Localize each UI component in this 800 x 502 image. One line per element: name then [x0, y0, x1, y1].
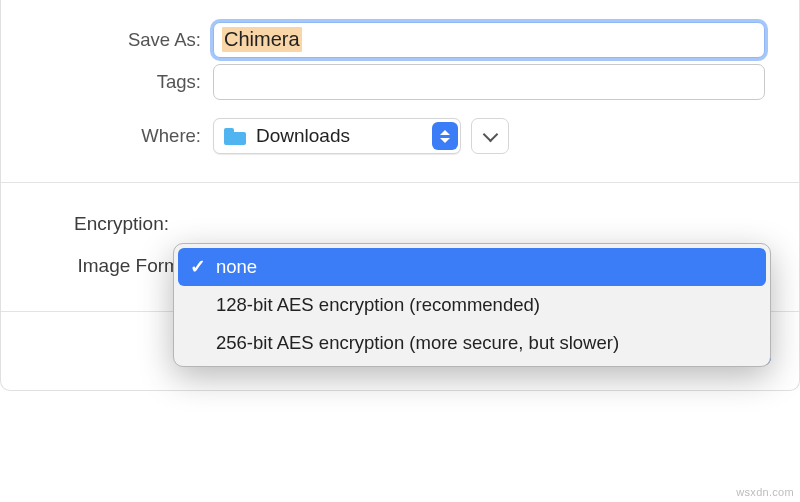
- checkmark-icon: ✓: [188, 256, 208, 278]
- save-as-row: Save As: Chimera: [35, 22, 765, 58]
- save-as-value: Chimera: [222, 27, 302, 52]
- tags-label: Tags:: [35, 71, 213, 93]
- chevron-down-icon: [482, 126, 498, 142]
- dialog-top-section: Save As: Chimera Tags: Where: Downloads: [1, 0, 799, 182]
- encryption-label: Encryption:: [35, 213, 171, 235]
- where-controls: Downloads: [213, 118, 509, 154]
- tags-input[interactable]: [213, 64, 765, 100]
- encryption-popup: ✓ none 128-bit AES encryption (recommend…: [173, 243, 771, 367]
- where-label: Where:: [35, 125, 213, 147]
- where-dropdown[interactable]: Downloads: [213, 118, 461, 154]
- save-as-label: Save As:: [35, 29, 213, 51]
- option-label: 256-bit AES encryption (more secure, but…: [208, 332, 619, 354]
- option-label: none: [208, 256, 257, 278]
- save-as-input[interactable]: Chimera: [213, 22, 765, 58]
- encryption-option-none[interactable]: ✓ none: [178, 248, 766, 286]
- option-label: 128-bit AES encryption (recommended): [208, 294, 540, 316]
- tags-row: Tags:: [35, 64, 765, 100]
- expand-button[interactable]: [471, 118, 509, 154]
- folder-icon: [224, 128, 246, 145]
- watermark: wsxdn.com: [736, 486, 794, 498]
- encryption-option-256[interactable]: 256-bit AES encryption (more secure, but…: [174, 324, 770, 362]
- encryption-option-128[interactable]: 128-bit AES encryption (recommended): [174, 286, 770, 324]
- where-row: Where: Downloads: [35, 118, 765, 154]
- where-selected: Downloads: [252, 125, 428, 147]
- updown-icon: [432, 122, 458, 150]
- encryption-row: Encryption:: [35, 203, 765, 245]
